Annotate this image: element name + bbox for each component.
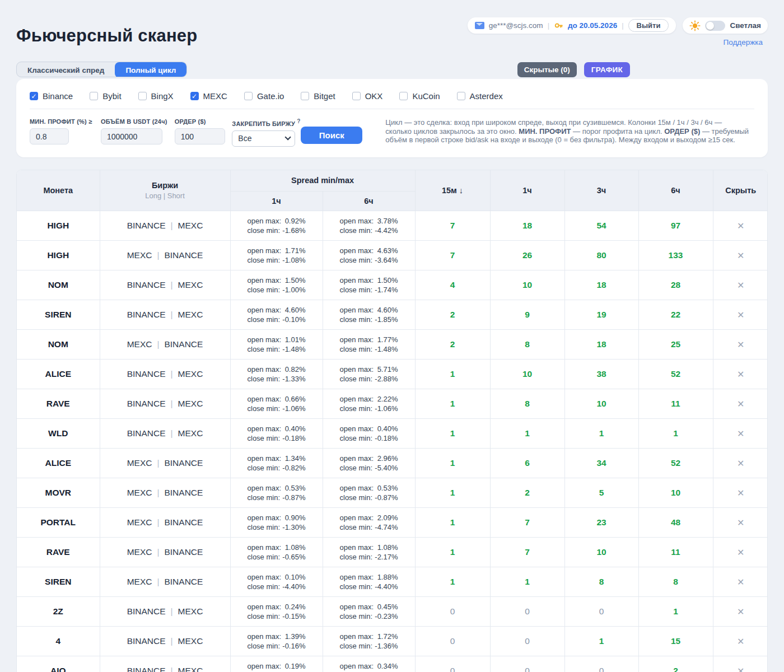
count-1h: 10 xyxy=(490,270,564,300)
spread-6h-cell: open max:1.88% close min:-4.40% xyxy=(323,567,415,597)
short-exchange: BINANCE xyxy=(164,488,203,497)
count-6h: 48 xyxy=(638,508,713,538)
count-3h: 34 xyxy=(564,449,638,478)
count-6h: 25 xyxy=(638,330,713,360)
col-header-exchanges: Биржи Long | Short xyxy=(100,170,230,211)
count-3h: 5 xyxy=(564,478,638,508)
hide-row-button[interactable]: ✕ xyxy=(737,548,744,557)
col-header-3h[interactable]: 3ч xyxy=(564,170,638,211)
pin-exchange-select[interactable]: Все xyxy=(232,130,295,147)
coin-name: HIGH xyxy=(17,211,100,241)
short-exchange: BINANCE xyxy=(164,547,203,557)
hide-cell: ✕ xyxy=(713,419,768,449)
table-row: RAVE MEXC|BINANCE open max:1.08% close m… xyxy=(17,538,768,567)
table-row: PORTAL MEXC|BINANCE open max:0.90% close… xyxy=(17,508,768,538)
tab-full-cycle[interactable]: Полный цикл xyxy=(115,62,186,77)
logout-button[interactable]: Выйти xyxy=(628,19,669,32)
exchange-checkbox-bitget[interactable]: Bitget xyxy=(301,91,335,101)
hide-row-button[interactable]: ✕ xyxy=(737,518,744,528)
hide-row-button[interactable]: ✕ xyxy=(737,340,744,349)
hide-row-button[interactable]: ✕ xyxy=(737,637,744,646)
hide-row-button[interactable]: ✕ xyxy=(737,221,744,231)
coin-name: HIGH xyxy=(17,241,100,270)
exchange-filters: ✓ Binance Bybit BingX ✓ MEXC Gate.io Bit… xyxy=(30,91,754,101)
search-button[interactable]: Поиск xyxy=(301,127,362,144)
exchange-checkbox-okx[interactable]: OKX xyxy=(352,91,383,101)
spread-1h-cell: open max:0.40% close min:-0.18% xyxy=(230,419,323,449)
theme-toggle[interactable] xyxy=(705,21,725,31)
volume-input[interactable] xyxy=(101,128,162,144)
short-exchange: MEXC xyxy=(178,636,203,646)
count-6h: 11 xyxy=(638,389,713,419)
exchange-pair: BINANCE|MEXC xyxy=(100,300,230,330)
chevron-down-icon xyxy=(285,134,291,140)
exchange-pair: MEXC|BINANCE xyxy=(100,538,230,567)
support-link[interactable]: Поддержка xyxy=(724,38,763,46)
hide-row-button[interactable]: ✕ xyxy=(737,607,744,617)
count-1h: 0 xyxy=(490,627,564,656)
exchange-pair: MEXC|BINANCE xyxy=(100,330,230,360)
exchange-checkbox-binance[interactable]: ✓ Binance xyxy=(30,91,73,101)
count-15m: 0 xyxy=(415,627,490,656)
separator: | xyxy=(548,21,549,30)
long-exchange: BINANCE xyxy=(127,606,166,616)
col-header-6h[interactable]: 6ч xyxy=(638,170,713,211)
hide-row-button[interactable]: ✕ xyxy=(737,459,744,468)
separator: | xyxy=(152,577,164,586)
chart-button[interactable]: ГРАФИК xyxy=(584,62,630,77)
col-header-coin: Монета xyxy=(17,170,100,211)
exchange-checkbox-gate.io[interactable]: Gate.io xyxy=(244,91,284,101)
long-exchange: BINANCE xyxy=(127,666,166,672)
hide-row-button[interactable]: ✕ xyxy=(737,251,744,260)
exchange-checkbox-mexc[interactable]: ✓ MEXC xyxy=(190,91,227,101)
separator: | xyxy=(152,250,164,260)
count-1h: 0 xyxy=(490,656,564,672)
coin-name: NOM xyxy=(17,270,100,300)
col-header-15m[interactable]: 15м ↓ xyxy=(415,170,490,211)
filters-card: ✓ Binance Bybit BingX ✓ MEXC Gate.io Bit… xyxy=(16,79,768,157)
hide-cell: ✕ xyxy=(713,538,768,567)
long-exchange: BINANCE xyxy=(127,636,166,646)
exchange-pair: BINANCE|MEXC xyxy=(100,597,230,627)
spread-6h-cell: open max:4.63% close min:-3.64% xyxy=(323,241,415,270)
exchange-pair: MEXC|BINANCE xyxy=(100,508,230,538)
hide-row-button[interactable]: ✕ xyxy=(737,666,744,672)
pin-exchange-value: Все xyxy=(238,134,251,143)
tab-classic-spread[interactable]: Классический спред xyxy=(17,62,115,77)
hidden-rows-button[interactable]: Скрытые (0) xyxy=(517,62,577,77)
count-15m: 1 xyxy=(415,389,490,419)
separator: | xyxy=(166,369,178,379)
exchange-checkbox-asterdex[interactable]: Asterdex xyxy=(457,91,503,101)
hide-row-button[interactable]: ✕ xyxy=(737,429,744,438)
spread-6h-cell: open max:2.22% close min:-1.06% xyxy=(323,389,415,419)
exchange-checkbox-kucoin[interactable]: KuCoin xyxy=(399,91,440,101)
hide-row-button[interactable]: ✕ xyxy=(737,310,744,320)
exchange-pair: MEXC|BINANCE xyxy=(100,241,230,270)
table-row: AIO BINANCE|MEXC open max:0.19% close mi… xyxy=(17,656,768,672)
col-header-1h[interactable]: 1ч xyxy=(490,170,564,211)
count-3h: 18 xyxy=(564,270,638,300)
hide-row-button[interactable]: ✕ xyxy=(737,281,744,290)
count-6h: 8 xyxy=(638,567,713,597)
exchange-checkbox-bingx[interactable]: BingX xyxy=(138,91,174,101)
hide-row-button[interactable]: ✕ xyxy=(737,488,744,498)
count-6h: 22 xyxy=(638,300,713,330)
count-1h: 8 xyxy=(490,330,564,360)
hide-row-button[interactable]: ✕ xyxy=(737,399,744,409)
short-exchange: BINANCE xyxy=(164,577,203,586)
exchange-checkbox-bybit[interactable]: Bybit xyxy=(90,91,121,101)
hide-cell: ✕ xyxy=(713,597,768,627)
order-input[interactable] xyxy=(175,128,225,144)
coin-name: 2Z xyxy=(17,597,100,627)
separator: | xyxy=(166,221,178,230)
help-icon[interactable]: ? xyxy=(297,118,300,124)
hide-row-button[interactable]: ✕ xyxy=(737,577,744,587)
count-1h: 1 xyxy=(490,419,564,449)
count-15m: 1 xyxy=(415,419,490,449)
hide-row-button[interactable]: ✕ xyxy=(737,370,744,379)
count-1h: 6 xyxy=(490,449,564,478)
table-row: SIREN MEXC|BINANCE open max:0.10% close … xyxy=(17,567,768,597)
min-profit-input[interactable] xyxy=(30,128,69,144)
count-1h: 10 xyxy=(490,360,564,389)
spread-1h-cell: open max:0.24% close min:-0.15% xyxy=(230,597,323,627)
